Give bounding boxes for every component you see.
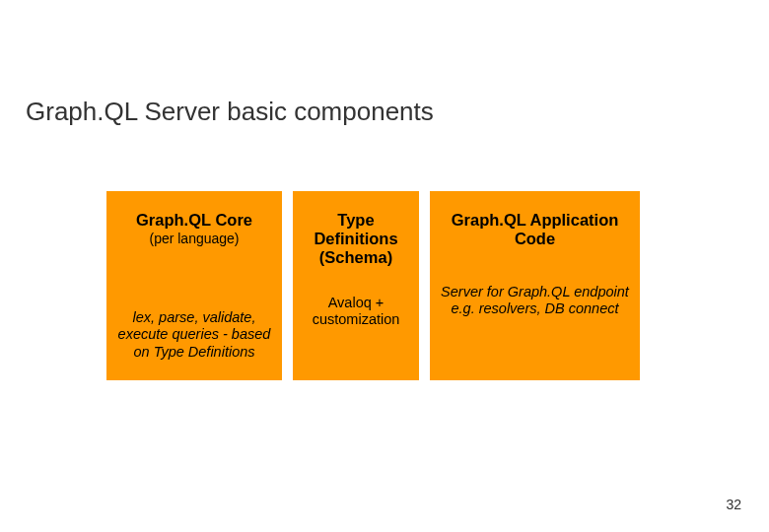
box-type-definitions: Type Definitions (Schema) Avaloq + custo… bbox=[293, 191, 419, 380]
box-subtitle: (per language) bbox=[149, 231, 239, 246]
box-graphql-core: Graph.QL Core (per language) lex, parse,… bbox=[106, 191, 282, 380]
box-description: Avaloq + customization bbox=[301, 295, 411, 343]
box-description: Server for Graph.QL endpoint e.g. resolv… bbox=[438, 284, 632, 332]
page-number: 32 bbox=[726, 497, 741, 512]
box-title: Graph.QL Application Code bbox=[438, 211, 632, 248]
boxes-container: Graph.QL Core (per language) lex, parse,… bbox=[106, 191, 640, 380]
box-description: lex, parse, validate, execute queries - … bbox=[114, 309, 274, 368]
box-title: Type Definitions (Schema) bbox=[301, 211, 411, 267]
box-application-code: Graph.QL Application Code Server for Gra… bbox=[430, 191, 640, 380]
slide-title: Graph.QL Server basic components bbox=[26, 97, 434, 127]
box-title: Graph.QL Core bbox=[136, 211, 252, 230]
